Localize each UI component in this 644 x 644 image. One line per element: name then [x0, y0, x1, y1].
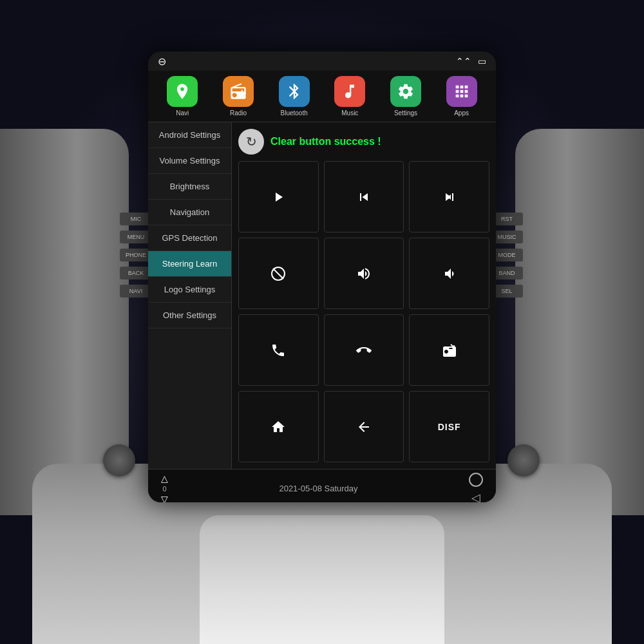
screen-bottom-bar: △ 0 ▽ 2021-05-08 Saturday ◁: [148, 469, 496, 502]
back-button[interactable]: BACK: [120, 267, 152, 279]
app-icons-row: Navi Radio Bluetooth Music Settings: [148, 71, 496, 122]
sidebar-item-steering-learn[interactable]: Steering Learn: [148, 251, 231, 277]
navi-icon-bg: [167, 76, 198, 107]
screen-main: Android Settings Volume Settings Brightn…: [148, 122, 496, 469]
svg-line-1: [273, 269, 283, 279]
home-button[interactable]: [238, 391, 319, 462]
bottom-nav-right: ◁: [469, 473, 483, 503]
up-arrow-icon[interactable]: △: [161, 473, 168, 484]
status-bar: ⊖ ⌃⌃ ▭: [148, 52, 496, 71]
bluetooth-icon-bg: [279, 76, 310, 107]
volume-down-button[interactable]: [409, 238, 489, 309]
right-knob[interactable]: [507, 444, 540, 477]
chevron-up-icon: ⌃⌃: [456, 56, 471, 66]
apps-icon-bg: [446, 76, 477, 107]
radio-app-icon[interactable]: Radio: [223, 76, 254, 117]
sidebar-item-logo-settings[interactable]: Logo Settings: [148, 277, 231, 303]
navi-label: Navi: [176, 109, 189, 117]
volume-up-button[interactable]: [324, 238, 404, 309]
music-label: Music: [341, 109, 358, 117]
menu-button[interactable]: MENU: [120, 231, 152, 243]
sidebar-item-android-settings[interactable]: Android Settings: [148, 122, 231, 148]
settings-app-icon[interactable]: Settings: [390, 76, 421, 117]
success-message: Clear button success !: [270, 136, 381, 147]
sidebar-item-other-settings[interactable]: Other Settings: [148, 303, 231, 328]
mute-button[interactable]: [238, 238, 319, 309]
window-icon: ▭: [478, 56, 486, 66]
settings-icon-bg: [390, 76, 421, 107]
back-nav-button[interactable]: [324, 391, 404, 462]
navi-button[interactable]: NAVI: [120, 285, 152, 298]
minus-icon: ⊖: [158, 55, 166, 68]
left-physical-buttons: MIC MENU PHONE BACK NAVI: [120, 213, 152, 298]
bluetooth-app-icon[interactable]: Bluetooth: [279, 76, 310, 117]
down-arrow-icon[interactable]: ▽: [161, 494, 168, 503]
radio-icon-bg: [223, 76, 254, 107]
bottom-nav-left: △ 0 ▽: [161, 473, 168, 503]
car-bottom-center: [200, 515, 444, 644]
home-circle-button[interactable]: [469, 473, 483, 487]
scroll-count: 0: [162, 485, 166, 493]
end-call-button[interactable]: [324, 314, 404, 386]
disf-label: DISF: [438, 422, 461, 432]
refresh-icon[interactable]: ↻: [238, 129, 264, 155]
disf-button[interactable]: DISF: [409, 391, 489, 462]
apps-app-icon[interactable]: Apps: [446, 76, 477, 117]
call-button[interactable]: [238, 314, 319, 386]
radio-label: Radio: [230, 109, 247, 117]
music-app-icon[interactable]: Music: [334, 76, 365, 117]
apps-label: Apps: [454, 109, 469, 117]
screen-bezel: ⊖ ⌃⌃ ▭ Navi Radio Bluetooth: [148, 52, 496, 502]
mic-button[interactable]: MIC: [120, 213, 152, 225]
settings-label: Settings: [394, 109, 417, 117]
controls-grid: DISF: [238, 161, 489, 462]
sidebar-item-gps-detection[interactable]: GPS Detection: [148, 225, 231, 251]
date-display: 2021-05-08 Saturday: [279, 484, 357, 493]
status-right-icons: ⌃⌃ ▭: [456, 56, 486, 66]
next-track-button[interactable]: [409, 161, 489, 232]
radio-button[interactable]: [409, 314, 489, 386]
back-triangle-button[interactable]: ◁: [471, 491, 480, 503]
content-area: ↻ Clear button success !: [232, 122, 496, 469]
content-header: ↻ Clear button success !: [238, 129, 489, 155]
bluetooth-label: Bluetooth: [281, 109, 308, 117]
sidebar-item-brightness[interactable]: Brightness: [148, 174, 231, 200]
settings-sidebar: Android Settings Volume Settings Brightn…: [148, 122, 232, 469]
play-button[interactable]: [238, 161, 319, 232]
sidebar-item-volume-settings[interactable]: Volume Settings: [148, 148, 231, 174]
sidebar-item-navigation[interactable]: Navigation: [148, 200, 231, 225]
left-knob[interactable]: [103, 444, 135, 477]
navi-app-icon[interactable]: Navi: [167, 76, 198, 117]
phone-button[interactable]: PHONE: [120, 249, 152, 261]
music-icon-bg: [334, 76, 365, 107]
prev-track-button[interactable]: [324, 161, 404, 232]
